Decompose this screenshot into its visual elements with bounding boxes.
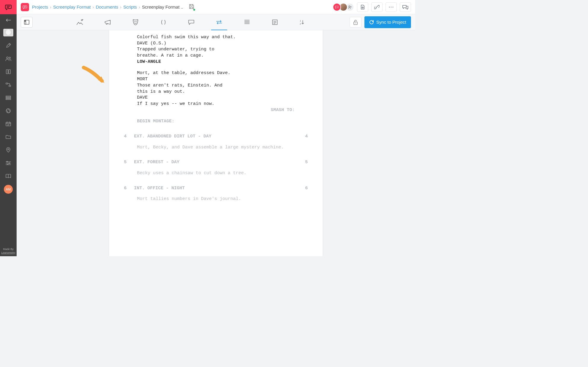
tool-numbering[interactable]: 12 — [295, 16, 311, 28]
saved-indicator-dot — [193, 9, 195, 11]
location-pin-icon — [6, 147, 10, 153]
made-by-link[interactable]: Leanometry — [0, 251, 17, 254]
crumb-projects[interactable]: Projects — [32, 4, 48, 9]
scene-numbers-icon: 12 — [299, 19, 306, 25]
sidebar-thumbnail[interactable] — [0, 26, 17, 39]
crumb-documents[interactable]: Documents — [96, 4, 118, 9]
svg-rect-10 — [6, 122, 11, 126]
chevron-right-icon: › — [50, 4, 51, 9]
svg-point-15 — [349, 6, 350, 7]
dialogue-line[interactable]: Those aren't rats, Einstein. And — [137, 83, 244, 89]
note-icon — [272, 19, 278, 25]
people-icon — [5, 56, 11, 61]
aperture-icon — [6, 108, 11, 113]
sidebar-cast[interactable] — [0, 52, 17, 65]
back-arrow[interactable] — [5, 14, 11, 26]
more-menu-button[interactable] — [385, 2, 397, 12]
crumb-screenplay-format[interactable]: Screenplay Format — [53, 4, 91, 9]
header-app-badge[interactable] — [21, 3, 29, 11]
sidebar-folder[interactable] — [0, 130, 17, 143]
svg-rect-7 — [6, 97, 11, 98]
sliders-icon — [6, 161, 11, 165]
svg-point-18 — [393, 7, 393, 7]
crumb-current: Screenplay Format .. — [142, 4, 183, 9]
dialogue-line[interactable]: this is a way out. — [137, 89, 244, 95]
sidebar-flow[interactable] — [0, 78, 17, 91]
svg-rect-20 — [25, 20, 26, 22]
subheader[interactable]: LOW-ANGLE — [137, 59, 295, 65]
tool-character[interactable] — [128, 16, 144, 28]
script-page[interactable]: Colorful fish swim this way and that. DA… — [109, 30, 323, 256]
chevron-right-icon: › — [120, 4, 122, 9]
scene-row[interactable]: 5 EXT. FOREST - DAY 5 — [137, 159, 295, 166]
panel-toggle-button[interactable] — [21, 17, 33, 28]
tool-note[interactable] — [267, 16, 283, 28]
tool-announce[interactable] — [100, 16, 116, 28]
tool-image[interactable] — [72, 16, 88, 28]
columns-icon — [6, 69, 11, 74]
dialogue-line[interactable]: breathe. A rat in a cage. — [137, 53, 244, 59]
presence-app-icon — [333, 3, 341, 11]
export-button[interactable] — [357, 2, 368, 12]
svg-text:1: 1 — [300, 20, 301, 22]
collaborator-avatars[interactable] — [333, 3, 354, 11]
scene-number-right: 6 — [305, 185, 308, 192]
rows-icon — [6, 96, 11, 100]
app-logo[interactable] — [0, 0, 17, 14]
sidebar-compare[interactable] — [0, 65, 17, 78]
character-cue[interactable]: MORT — [137, 76, 295, 83]
panel-left-icon — [24, 20, 29, 25]
action-line[interactable]: Mort tallies numbers in Dave's journal. — [137, 196, 295, 202]
sidebar-rows[interactable] — [0, 91, 17, 104]
save-status[interactable] — [189, 4, 195, 11]
svg-rect-6 — [6, 96, 11, 97]
speech-bubble-icon — [188, 19, 195, 25]
transition-line[interactable]: SMASH TO: — [137, 107, 295, 113]
scene-number-right: 4 — [305, 134, 308, 140]
montage-header[interactable]: BEGIN MONTAGE: — [137, 118, 295, 125]
action-line[interactable]: Colorful fish swim this way and that. — [137, 34, 295, 41]
tool-text-align[interactable] — [239, 16, 255, 28]
sidebar-calendar[interactable] — [0, 117, 17, 130]
editor-stage[interactable]: Colorful fish swim this way and that. DA… — [17, 30, 415, 256]
comments-button[interactable] — [400, 2, 411, 12]
user-avatar[interactable]: AM — [4, 185, 13, 194]
dialogue-line[interactable]: Trapped underwater, trying to — [137, 47, 244, 53]
image-icon — [76, 19, 83, 25]
sidebar-location[interactable] — [0, 143, 17, 156]
chat-bubble-icon — [23, 5, 27, 9]
scene-heading[interactable]: EXT. ABANDONED DIRT LOT - DAY — [134, 134, 211, 140]
character-cue[interactable]: DAVE — [137, 95, 295, 101]
sidebar-aperture[interactable] — [0, 104, 17, 117]
user-plus-icon — [348, 5, 352, 9]
sidebar-book[interactable] — [0, 169, 17, 182]
share-link-button[interactable] — [371, 2, 383, 12]
book-open-icon — [6, 174, 11, 178]
export-pdf-icon — [360, 4, 365, 10]
sidebar-edit[interactable] — [0, 39, 17, 52]
dialogue-line[interactable]: If I say yes -- we train now. — [137, 101, 244, 107]
link-icon — [374, 5, 380, 9]
scene-heading[interactable]: INT. OFFICE - NIGHT — [134, 185, 185, 192]
sync-to-project-button[interactable]: Sync to Project — [364, 16, 411, 28]
action-line[interactable]: Mort, at the table, addresses Dave. — [137, 70, 295, 76]
character-cue[interactable]: DAVE (O.S.) — [137, 41, 295, 47]
action-line[interactable]: Mort, Becky, and Dave assemble a large m… — [137, 145, 295, 151]
scene-row[interactable]: 6 INT. OFFICE - NIGHT 6 — [137, 185, 295, 192]
pencil-icon — [6, 43, 11, 48]
sidebar-sliders[interactable] — [0, 156, 17, 169]
action-line[interactable]: Becky uses a chainsaw to cut down a tree… — [137, 170, 295, 177]
scene-heading[interactable]: EXT. FOREST - DAY — [134, 159, 179, 166]
scene-number-left: 6 — [124, 185, 134, 192]
svg-point-11 — [8, 149, 9, 150]
crumb-scripts[interactable]: Scripts — [123, 4, 137, 9]
tool-parenthetical[interactable] — [155, 16, 171, 28]
scene-row[interactable]: 4 EXT. ABANDONED DIRT LOT - DAY 4 — [137, 134, 295, 140]
scene-number-right: 5 — [305, 159, 308, 166]
tool-dialogue[interactable] — [183, 16, 199, 28]
svg-point-27 — [355, 23, 356, 23]
made-by-footer: Made By Leanometry — [0, 247, 17, 254]
lock-button[interactable] — [350, 17, 361, 28]
tool-transition[interactable] — [211, 16, 227, 28]
svg-rect-3 — [9, 70, 10, 74]
